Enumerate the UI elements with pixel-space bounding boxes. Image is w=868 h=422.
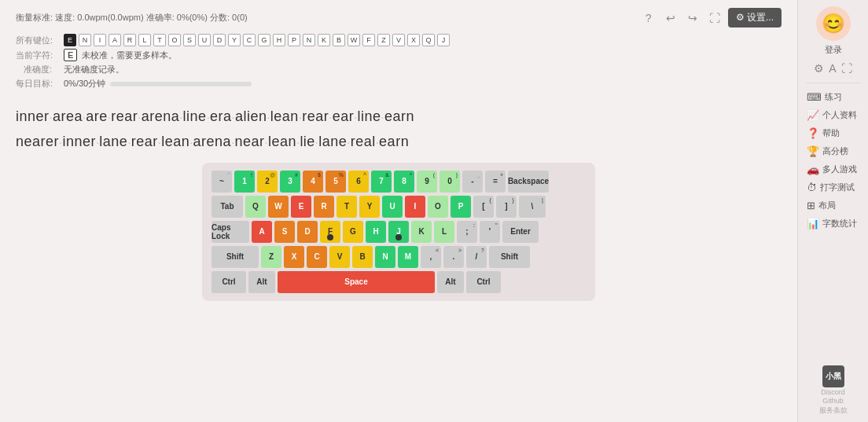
fullscreen-icon[interactable]: ⛶ [706, 9, 723, 27]
key-main-char: S [282, 227, 288, 236]
key-v[interactable]: V [329, 246, 350, 268]
key-q[interactable]: Q [245, 196, 266, 218]
sidebar-item-打字测试[interactable]: ⏱打字测试 [802, 178, 865, 196]
key-sub-char: # [295, 172, 298, 178]
key-8[interactable]: *8 [394, 171, 414, 193]
key-box-h: H [273, 34, 285, 46]
key-[interactable]: {[ [473, 196, 494, 218]
key-4[interactable]: $4 [303, 171, 323, 193]
key-capslock[interactable]: Caps Lock [211, 221, 249, 243]
key-u[interactable]: U [382, 196, 403, 218]
key-p[interactable]: P [451, 196, 471, 218]
gear-icon[interactable]: ⚙ [814, 62, 824, 75]
key-i[interactable]: I [405, 196, 425, 218]
key-r[interactable]: R [314, 196, 334, 218]
key-main-char: Shift [226, 252, 244, 261]
key-w[interactable]: W [268, 196, 289, 218]
key-y[interactable]: Y [359, 196, 380, 218]
key-main-char: ; [465, 227, 468, 236]
key-b[interactable]: B [352, 246, 373, 268]
undo-icon[interactable]: ↩ [662, 9, 679, 27]
login-label[interactable]: 登录 [825, 44, 842, 56]
key-o[interactable]: O [428, 196, 448, 218]
key-tab[interactable]: Tab [211, 196, 243, 218]
expand-icon[interactable]: ⛶ [841, 62, 852, 75]
word: lean [268, 134, 296, 149]
key-[interactable]: `~ [211, 171, 232, 193]
key-k[interactable]: K [411, 221, 432, 243]
key-m[interactable]: M [398, 246, 418, 268]
word-area: inner·area·are·rear·arena·line·era·alien… [16, 104, 782, 155]
settings-button[interactable]: ⚙ 设置... [728, 8, 782, 28]
key-s[interactable]: S [274, 221, 295, 243]
key-c[interactable]: C [307, 246, 327, 268]
key-box-g: G [258, 34, 270, 46]
key-main-char: Y [367, 202, 373, 211]
accuracy-row: 准确度: 无准确度记录。 [16, 64, 782, 75]
key-l[interactable]: L [434, 221, 454, 243]
github-link[interactable]: Github [822, 397, 844, 405]
key-alt[interactable]: Alt [248, 271, 275, 293]
key-t[interactable]: T [337, 196, 357, 218]
key-[interactable]: }] [496, 196, 517, 218]
key-x[interactable]: X [284, 246, 304, 268]
terms-link[interactable]: 服务条款 [819, 405, 848, 416]
key-alt[interactable]: Alt [437, 271, 464, 293]
key-[interactable]: :; [457, 221, 477, 243]
key-main-char: / [476, 252, 478, 261]
redo-icon[interactable]: ↪ [684, 9, 701, 27]
key-1[interactable]: !1 [234, 171, 255, 193]
key-3[interactable]: #3 [280, 171, 300, 193]
word: ear [333, 108, 355, 124]
key-[interactable]: _- [462, 171, 483, 193]
key-[interactable]: <, [421, 246, 441, 268]
key-e[interactable]: E [291, 196, 311, 218]
key-h[interactable]: H [366, 221, 386, 243]
discord-link[interactable]: Discord [821, 388, 845, 396]
key-f[interactable]: F [320, 221, 340, 243]
key-ctrl[interactable]: Ctrl [466, 271, 501, 293]
key-[interactable]: ?/ [466, 246, 487, 268]
sidebar-item-布局[interactable]: ⊞布局 [802, 196, 865, 215]
key-sub-char: ! [251, 172, 252, 178]
key-j[interactable]: J [388, 221, 409, 243]
key-9[interactable]: (9 [417, 171, 437, 193]
key-main-char: I [414, 202, 417, 211]
key-0[interactable]: )0 [440, 171, 460, 193]
sidebar-item-练习[interactable]: ⌨练习 [802, 88, 865, 106]
sidebar-item-多人游戏[interactable]: 🚗多人游戏 [802, 160, 865, 178]
sidebar-item-帮助[interactable]: ❓帮助 [802, 124, 865, 142]
key-ctrl[interactable]: Ctrl [211, 271, 246, 293]
sidebar-item-字数统计[interactable]: 📊字数统计 [802, 215, 865, 233]
key-d[interactable]: D [297, 221, 318, 243]
key-[interactable]: += [485, 171, 506, 193]
key-enter[interactable]: Enter [502, 221, 539, 243]
key-7[interactable]: &7 [371, 171, 392, 193]
key-main-char: T [344, 202, 349, 211]
key-shift[interactable]: Shift [489, 246, 530, 268]
key-6[interactable]: ^6 [348, 171, 369, 193]
sidebar-item-icon: ⏱ [807, 182, 817, 193]
key-main-char: D [304, 227, 310, 236]
help-icon[interactable]: ? [640, 9, 657, 27]
key-2[interactable]: @2 [257, 171, 278, 193]
key-[interactable]: |\ [519, 196, 546, 218]
key-g[interactable]: G [343, 221, 363, 243]
key-space[interactable]: Space [278, 271, 435, 293]
sidebar-item-个人资料[interactable]: 📈个人资料 [802, 106, 865, 124]
key-main-char: 7 [379, 177, 384, 185]
sidebar-brand: 小黑 Discord Github 服务条款 [819, 365, 848, 416]
key-5[interactable]: %5 [326, 171, 346, 193]
key-a[interactable]: A [252, 221, 272, 243]
key-main-char: P [458, 202, 464, 211]
word: inner [62, 134, 96, 149]
font-icon[interactable]: A [829, 62, 836, 75]
sidebar-item-高分榜[interactable]: 🏆高分榜 [802, 142, 865, 160]
key-[interactable]: "' [480, 221, 500, 243]
key-backspace[interactable]: Backspace [508, 171, 549, 193]
metrics-accuracy: 准确率: 0%(0%) [146, 13, 208, 22]
key-n[interactable]: N [375, 246, 395, 268]
key-z[interactable]: Z [261, 246, 281, 268]
key-shift[interactable]: Shift [211, 246, 259, 268]
key-[interactable]: >. [443, 246, 464, 268]
